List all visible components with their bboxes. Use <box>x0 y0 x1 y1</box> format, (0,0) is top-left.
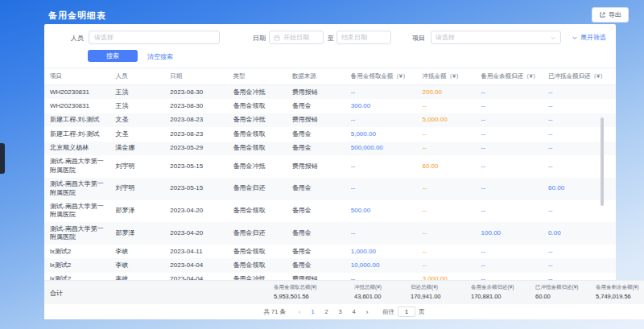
page-button-2[interactable]: 2 <box>322 307 331 317</box>
cell-offset-return: -- <box>543 200 616 223</box>
goto-page-input[interactable] <box>398 306 415 317</box>
cell-offset-return: 60.00 <box>543 178 616 200</box>
collapsed-sidebar-handle[interactable] <box>0 143 5 174</box>
col-type: 类型 <box>228 68 287 85</box>
cell-received-amount: -- <box>345 178 417 200</box>
table-row[interactable]: WH20230831 王洪 2023-08-30 备用金领取 备用金 300.0… <box>44 99 616 113</box>
cell-offset-amount: -- <box>417 200 476 223</box>
cell-balance-return: -- <box>476 258 543 272</box>
cell-offset-return: -- <box>543 99 616 113</box>
prev-page-button[interactable]: ‹ <box>295 308 303 316</box>
cell-person: 邵梦泽 <box>109 200 164 223</box>
cell-type: 备用金领取 <box>228 258 287 272</box>
cell-balance-return: -- <box>476 127 543 141</box>
cell-type: 备用金归还 <box>228 222 287 245</box>
cell-balance-return: -- <box>476 200 543 223</box>
cell-project: WH20230831 <box>44 85 109 100</box>
cell-balance-return: -- <box>476 85 543 100</box>
table-row[interactable]: WH20230831 王洪 2023-08-30 备用金冲抵 费用报销 -- 2… <box>44 85 616 100</box>
cell-offset-amount: -- <box>417 142 476 155</box>
date-end-placeholder: 结束日期 <box>341 33 367 42</box>
cell-source: 费用报销 <box>287 113 345 127</box>
date-label: 日期 <box>253 34 266 43</box>
cell-person: 李峡 <box>109 273 164 280</box>
col-received-amount: 备用金领取金额（¥） <box>345 68 417 85</box>
table-row[interactable]: lx测试2 李峡 2023-04-11 备用金领取 备用金 1,000.00 -… <box>44 245 616 258</box>
table-row[interactable]: 测试-南昌大学第一附属医院 邵梦泽 2023-04-20 备用金归还 备用金 -… <box>44 222 616 245</box>
cell-type: 备用金冲抵 <box>228 113 287 127</box>
table-row[interactable]: 测试-南昌大学第一附属医院 刘宇明 2023-05-15 备用金冲抵 费用报销 … <box>44 155 616 178</box>
cell-project: 新建工程-刘-测试 <box>44 127 109 141</box>
page-button-1[interactable]: 1 <box>308 307 317 317</box>
table-row[interactable]: lx测试2 李峡 2023-04-04 备用金领取 备用金 10,000.00 … <box>44 258 616 272</box>
col-balance-return: 备用金余额归还（¥） <box>476 68 543 85</box>
cell-offset-amount: 60.00 <box>417 155 476 178</box>
goto-page-control: 前往 页 <box>382 306 425 317</box>
cell-date: 2023-04-04 <box>164 258 227 272</box>
search-button[interactable]: 搜索 <box>88 50 138 62</box>
export-label: 导出 <box>609 10 621 19</box>
page-button-3[interactable]: 3 <box>336 307 345 317</box>
cell-balance-return: -- <box>476 245 543 258</box>
project-select-placeholder: 请选择 <box>436 33 455 42</box>
pagination-bar: 共 71 条 ‹ 1 2 3 4 › 前往 页 <box>44 304 644 319</box>
col-date: 日期 <box>164 68 227 85</box>
cell-offset-return: -- <box>543 245 616 258</box>
next-page-button[interactable]: › <box>363 308 371 316</box>
summary-offset-total: 冲抵总额(¥) 43,601.00 <box>354 284 382 300</box>
cell-type: 备用金领取 <box>228 142 287 155</box>
cell-project: lx测试2 <box>44 273 109 280</box>
cell-person: 文圣 <box>109 127 164 141</box>
table-header-row: 项目 人员 日期 类型 数据来源 备用金领取金额（¥） 冲抵金额（¥） 备用金余… <box>44 68 616 85</box>
cell-offset-return: -- <box>543 273 616 280</box>
cell-balance-return: -- <box>476 178 543 200</box>
export-button[interactable]: 导出 <box>592 7 629 23</box>
cell-offset-amount: -- <box>417 258 476 272</box>
cell-source: 备用金 <box>287 245 345 258</box>
table-row[interactable]: 测试-南昌大学第一附属医院 刘宇明 2023-05-15 备用金归还 备用金 -… <box>44 178 616 200</box>
person-input[interactable] <box>89 31 220 44</box>
data-table: 项目 人员 日期 类型 数据来源 备用金领取金额（¥） 冲抵金额（¥） 备用金余… <box>44 68 616 280</box>
cell-source: 备用金 <box>287 142 345 155</box>
cell-source: 费用报销 <box>287 85 345 100</box>
cell-project: lx测试2 <box>44 258 109 272</box>
table-row[interactable]: lx测试2 李峡 2023-04-04 备用金冲抵 费用报销 -- 3,000.… <box>44 273 616 280</box>
vertical-scrollbar[interactable] <box>601 117 604 206</box>
cell-offset-return: 0.00 <box>543 222 616 245</box>
cell-offset-amount: 5,000.00 <box>417 113 476 127</box>
cell-date: 2023-04-11 <box>164 245 227 258</box>
date-start-placeholder: 开始日期 <box>283 33 309 42</box>
cell-received-amount: 300.00 <box>345 99 417 113</box>
summary-received-total: 备用金领取总额(¥) 5,953,501.56 <box>274 284 316 300</box>
cell-balance-return: -- <box>476 142 543 155</box>
cell-source: 备用金 <box>287 258 345 272</box>
cell-offset-amount: -- <box>417 222 476 245</box>
expand-filters-link[interactable]: 展开筛选 <box>572 33 606 42</box>
clear-search-button[interactable]: 清空搜索 <box>147 52 173 61</box>
filter-actions: 搜索 清空搜索 <box>44 50 616 63</box>
cell-date: 2023-04-20 <box>164 222 227 245</box>
cell-date: 2023-08-23 <box>164 127 227 141</box>
cell-offset-return: -- <box>543 142 616 155</box>
date-start-input[interactable]: 开始日期 <box>269 31 324 44</box>
page-button-4[interactable]: 4 <box>349 307 358 317</box>
table-row[interactable]: 新建工程-刘-测试 文圣 2023-08-23 备用金冲抵 费用报销 -- 5,… <box>44 113 616 127</box>
cell-offset-return: -- <box>543 127 616 141</box>
cell-received-amount: -- <box>345 155 417 178</box>
cell-person: 李峡 <box>109 245 164 258</box>
cell-type: 备用金冲抵 <box>228 273 287 280</box>
cell-offset-amount: 3,000.00 <box>417 273 476 280</box>
cell-balance-return: 100.00 <box>476 222 543 245</box>
cell-offset-return: -- <box>543 113 616 127</box>
project-label: 项目 <box>412 34 425 43</box>
table-row[interactable]: 测试-南昌大学第一附属医院 邵梦泽 2023-04-20 备用金领取 备用金 5… <box>44 200 616 223</box>
project-select[interactable]: 请选择 <box>431 31 561 44</box>
cell-person: 王洪 <box>109 85 164 100</box>
table-row[interactable]: 北京顺义杨林 满金娜 2023-05-29 备用金领取 备用金 500,000.… <box>44 142 616 155</box>
date-end-input[interactable]: 结束日期 <box>336 31 391 44</box>
cell-offset-return: -- <box>543 258 616 272</box>
table-row[interactable]: 新建工程-刘-测试 文圣 2023-08-23 备用金领取 备用金 5,000.… <box>44 127 616 141</box>
cell-type: 备用金领取 <box>228 99 287 113</box>
cell-person: 王洪 <box>109 99 164 113</box>
date-range-separator: 至 <box>328 34 334 43</box>
